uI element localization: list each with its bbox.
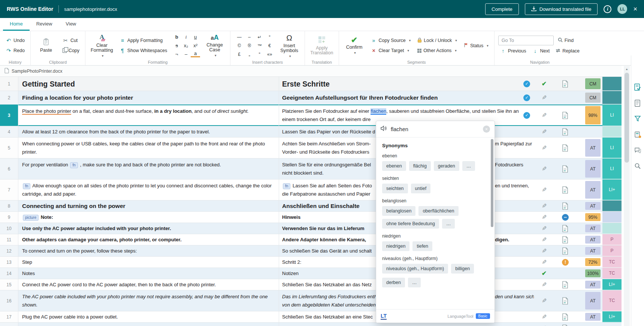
other-actions-button[interactable]: Other Actions bbox=[415, 46, 459, 55]
source-cell[interactable]: Place the photo printer on a flat, clean… bbox=[18, 105, 279, 126]
pencil-icon[interactable]: ✎ bbox=[542, 281, 547, 288]
document-tab[interactable]: SamplePhotoPrinter.docx bbox=[0, 66, 622, 77]
source-cell[interactable]: Step bbox=[18, 257, 279, 268]
segment-preview-cell[interactable] bbox=[554, 245, 583, 256]
context-document-icon[interactable] bbox=[562, 281, 568, 289]
complete-button[interactable]: Complete bbox=[485, 3, 519, 15]
source-cell[interactable]: For proper ventilation fn , make sure th… bbox=[18, 159, 279, 179]
segment-preview-cell[interactable] bbox=[554, 105, 583, 126]
popup-scrollbar[interactable] bbox=[491, 139, 493, 227]
pencil-icon[interactable]: ✎ bbox=[542, 128, 547, 135]
replace-button[interactable]: Replace bbox=[554, 46, 581, 55]
source-cell[interactable]: picture Note: bbox=[18, 212, 279, 223]
segment-status-cell[interactable]: ✎ bbox=[534, 138, 554, 158]
segment-status-cell[interactable]: ✎ bbox=[534, 105, 554, 126]
target-cell[interactable]: Drücken Sie die ein-/aus-Taste, um das G… bbox=[279, 323, 534, 326]
source-cell[interactable]: Connect the AC power cord to the AC powe… bbox=[18, 279, 279, 290]
insert-char-button[interactable]: — bbox=[234, 33, 244, 42]
copy-source-button[interactable]: »Copy Source bbox=[369, 36, 413, 45]
segment-preview-cell[interactable]: ••• bbox=[554, 212, 583, 223]
format-mini-button[interactable]: – bbox=[181, 50, 191, 58]
pencil-icon[interactable]: ✎ bbox=[542, 186, 547, 193]
copy-button[interactable]: Copy bbox=[61, 46, 81, 55]
pencil-icon[interactable]: ✎ bbox=[542, 297, 547, 304]
row-number[interactable]: 6 bbox=[0, 159, 18, 179]
show-whitespaces-button[interactable]: ¶Show Whitespaces bbox=[118, 46, 169, 55]
synonym-chip[interactable]: ohne tiefere Bedeutung bbox=[382, 219, 439, 229]
change-case-button[interactable]: aA Change Case bbox=[203, 33, 226, 58]
segment-status-cell[interactable]: ✎ bbox=[534, 290, 554, 311]
pencil-icon[interactable]: ✎ bbox=[542, 313, 547, 320]
segment-status-cell[interactable]: ✎ bbox=[534, 179, 554, 200]
segment-preview-cell[interactable] bbox=[554, 279, 583, 290]
undo-button[interactable]: ↶Undo bbox=[4, 36, 27, 45]
row-number[interactable]: 1 bbox=[0, 77, 18, 91]
redo-button[interactable]: ↷Redo bbox=[4, 46, 27, 55]
row-number[interactable]: 5 bbox=[0, 138, 18, 158]
row-number[interactable]: 12 bbox=[0, 245, 18, 256]
segment-preview-cell[interactable] bbox=[554, 126, 583, 137]
pencil-icon[interactable]: ✎ bbox=[542, 259, 547, 266]
format-mini-button[interactable]: i bbox=[181, 33, 191, 41]
format-mini-button[interactable]: u bbox=[191, 33, 200, 41]
synonym-chip[interactable]: belanglosen bbox=[382, 206, 415, 216]
scroll-up-icon[interactable]: ▴ bbox=[624, 66, 630, 71]
tab-view[interactable]: View bbox=[59, 18, 83, 31]
synonym-chip[interactable]: … bbox=[442, 219, 455, 229]
insert-char-button[interactable]: ™ bbox=[254, 42, 264, 50]
document-outline-icon[interactable] bbox=[633, 98, 643, 108]
segment-status-cell[interactable]: ✎ bbox=[534, 200, 554, 211]
format-mini-button[interactable]: ¬ bbox=[172, 50, 181, 58]
row-number[interactable]: 7 bbox=[0, 179, 18, 200]
comments-icon[interactable] bbox=[633, 145, 643, 155]
segment-status-cell[interactable]: ✎ bbox=[534, 212, 554, 223]
row-number[interactable]: 13 bbox=[0, 257, 18, 268]
previous-button[interactable]: ↑Previous bbox=[498, 46, 528, 55]
context-document-icon[interactable] bbox=[562, 144, 568, 152]
row-number[interactable]: 15 bbox=[0, 279, 18, 290]
synonym-chip[interactable]: tiefen bbox=[412, 241, 432, 251]
context-document-icon[interactable] bbox=[562, 236, 568, 244]
filter-icon[interactable] bbox=[633, 114, 643, 124]
lock-unlock-button[interactable]: Lock / Unlock bbox=[415, 36, 459, 45]
row-number[interactable]: 18 bbox=[0, 323, 18, 326]
search-icon[interactable] bbox=[633, 161, 643, 171]
synonym-chip[interactable]: niveaulos (geh., Hauptform) bbox=[382, 264, 448, 274]
pencil-icon[interactable]: ✎ bbox=[542, 236, 547, 243]
context-document-icon[interactable] bbox=[562, 313, 568, 321]
context-document-icon[interactable] bbox=[562, 247, 568, 255]
insert-char-button[interactable]: “ bbox=[254, 50, 264, 59]
synonym-chip[interactable]: … bbox=[462, 161, 475, 171]
source-cell[interactable]: Plug the AC power cable into a power out… bbox=[18, 311, 279, 322]
segment-preview-cell[interactable] bbox=[554, 200, 583, 211]
context-document-icon[interactable] bbox=[562, 186, 568, 194]
download-translated-file-button[interactable]: Download translated file bbox=[525, 3, 598, 15]
source-cell[interactable]: Other adapters can damage your camera, p… bbox=[18, 234, 279, 245]
synonym-chip[interactable]: ebenen bbox=[382, 161, 406, 171]
source-cell[interactable]: Connecting and turning on the power bbox=[18, 200, 279, 211]
pencil-icon[interactable]: ✎ bbox=[542, 214, 547, 221]
segment-preview-cell[interactable] bbox=[554, 77, 583, 91]
segment-status-cell[interactable]: ✎ bbox=[534, 311, 554, 322]
segment-preview-cell[interactable] bbox=[554, 159, 583, 179]
pencil-icon[interactable]: ✎ bbox=[542, 112, 547, 119]
synonym-chip[interactable]: billigen bbox=[451, 264, 474, 274]
synonym-chip[interactable]: seichten bbox=[382, 184, 408, 193]
insert-char-button[interactable]: £ bbox=[234, 50, 244, 59]
segment-preview-cell[interactable] bbox=[554, 290, 583, 311]
format-mini-button[interactable]: s bbox=[172, 41, 181, 50]
segment-status-cell[interactable]: ✔ bbox=[534, 77, 554, 91]
row-number[interactable]: 14 bbox=[0, 268, 18, 279]
segment-status-cell[interactable]: ✎ bbox=[534, 279, 554, 290]
row-number[interactable]: 9 bbox=[0, 212, 18, 223]
context-document-icon[interactable] bbox=[562, 325, 568, 326]
grid-scrollbar[interactable]: ▴ bbox=[624, 66, 630, 326]
synonym-chip[interactable]: niedrigen bbox=[382, 241, 409, 251]
synonym-chip[interactable]: oberflächlichen bbox=[418, 206, 458, 216]
row-number[interactable]: 17 bbox=[0, 311, 18, 322]
row-number[interactable]: 16 bbox=[0, 290, 18, 311]
pencil-icon[interactable]: ✎ bbox=[542, 144, 547, 151]
tab-home[interactable]: Home bbox=[3, 18, 30, 31]
source-cell[interactable]: Use only the AC power adapter included w… bbox=[18, 223, 279, 234]
confirm-button[interactable]: ✔ Confirm bbox=[343, 36, 366, 55]
